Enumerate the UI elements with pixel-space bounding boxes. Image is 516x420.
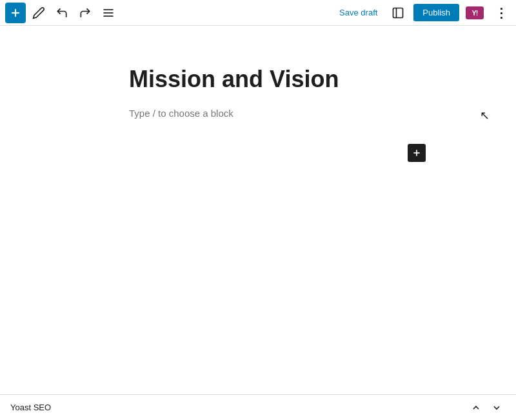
list-icon [102,6,115,19]
save-draft-button[interactable]: Save draft [334,5,382,20]
view-button[interactable] [388,3,408,23]
yoast-badge[interactable]: Y! [464,3,485,23]
document-overview-button[interactable] [98,3,119,23]
yoast-expand-up-button[interactable] [467,399,485,417]
bottom-bar-controls [467,399,506,417]
add-block-floating-button[interactable] [408,144,426,162]
yoast-seo-bar: Yoast SEO [0,394,516,420]
publish-button[interactable]: Publish [413,4,459,21]
block-placeholder[interactable]: Type / to choose a block [129,108,387,119]
post-title[interactable]: Mission and Vision [129,65,387,95]
more-options-button[interactable]: ⋮ [490,3,511,23]
undo-button[interactable] [52,3,72,23]
svg-rect-5 [393,8,403,17]
toolbar-right: Save draft Publish Y! ⋮ [334,3,511,23]
yoast-expand-down-button[interactable] [488,399,506,417]
add-block-plus-icon [412,148,422,158]
editor-area: Mission and Vision Type / to choose a bl… [0,26,516,394]
yoast-icon: Y! [466,6,484,19]
plus-icon [9,6,22,19]
pen-tool-button[interactable] [28,3,49,23]
redo-icon [79,6,92,19]
pen-icon [32,6,45,19]
top-toolbar: Save draft Publish Y! ⋮ [0,0,516,26]
view-icon [392,6,404,19]
add-block-toolbar-button[interactable] [5,3,26,23]
toolbar-left [5,3,119,23]
chevron-up-icon [471,403,481,413]
cursor-indicator: ↖ [480,108,486,119]
redo-button[interactable] [75,3,95,23]
chevron-down-icon [491,403,502,413]
yoast-seo-label: Yoast SEO [10,403,51,412]
undo-icon [55,6,68,19]
